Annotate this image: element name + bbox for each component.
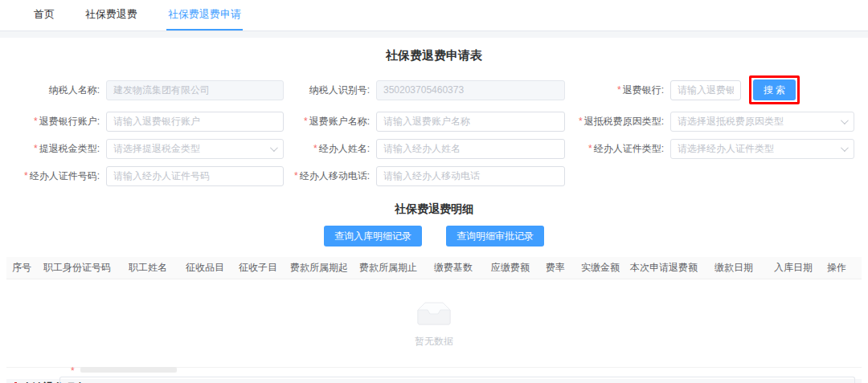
- query-storage-records-button[interactable]: 查询入库明细记录: [324, 226, 422, 247]
- taxpayer-id-input: [376, 80, 565, 100]
- tab-home[interactable]: 首页: [32, 0, 56, 31]
- taxpayer-name-label: 纳税人名称:: [0, 84, 106, 97]
- table-empty-state: 暂无数据: [6, 279, 862, 368]
- column-header-0: 序号: [6, 261, 37, 275]
- tabbar-divider: [0, 31, 868, 38]
- agent-id-number-input[interactable]: [106, 166, 284, 186]
- field-taxpayer-name: 纳税人名称:: [0, 75, 291, 104]
- field-refund-account-name: *退费账户名称:: [291, 111, 572, 132]
- refund-account-name-input[interactable]: [376, 112, 565, 132]
- tax-refund-type-select[interactable]: 请选择提退税金类型: [106, 139, 284, 159]
- chevron-down-icon: [841, 116, 849, 124]
- field-refund-reason-type: *退抵税费原因类型: 请选择退抵税费原因类型: [572, 111, 868, 132]
- annotation-highlight-box: 搜 索: [749, 75, 800, 104]
- taxpayer-id-label: 纳税人识别号:: [291, 84, 376, 97]
- agent-id-type-select[interactable]: 请选择经办人证件类型: [670, 139, 854, 159]
- top-tab-bar: 首页 社保费退费 社保费退费申请: [0, 0, 868, 31]
- refund-bank-account-label: *退费银行账户:: [0, 115, 106, 128]
- partial-textarea[interactable]: [59, 377, 855, 383]
- column-header-4: 征收子目: [231, 261, 285, 275]
- refund-account-name-label: *退费账户名称:: [291, 115, 376, 128]
- column-header-9: 费率: [537, 261, 574, 275]
- partial-required-asterisk: *: [71, 365, 75, 377]
- empty-text: 暂无数据: [415, 335, 453, 348]
- required-asterisk: *: [313, 143, 317, 154]
- refund-reason-type-label: *退抵税费原因类型:: [572, 115, 670, 128]
- detail-button-row: 查询入库明细记录 查询明细审批记录: [0, 226, 868, 247]
- agent-phone-input[interactable]: [376, 166, 565, 186]
- field-agent-id-number: *经办人证件号码:: [0, 165, 291, 186]
- required-asterisk: *: [579, 116, 583, 127]
- required-asterisk: *: [34, 143, 38, 154]
- refund-reason-type-select[interactable]: 请选择退抵税费原因类型: [670, 112, 854, 132]
- empty-box-icon: [413, 299, 455, 329]
- query-approval-records-button[interactable]: 查询明细审批记录: [446, 226, 544, 247]
- required-asterisk: *: [304, 116, 308, 127]
- column-header-14: 操作: [820, 261, 854, 275]
- column-header-2: 职工姓名: [117, 261, 178, 275]
- tab-social-refund-application[interactable]: 社保费退费申请: [166, 0, 243, 31]
- required-asterisk: *: [34, 116, 38, 127]
- field-taxpayer-id: 纳税人识别号:: [291, 75, 572, 104]
- refund-bank-input[interactable]: [670, 80, 741, 100]
- agent-id-type-label: *经办人证件类型:: [572, 142, 670, 156]
- column-header-12: 缴款日期: [701, 261, 767, 275]
- field-tax-refund-type: *提退税金类型: 请选择提退税金类型: [0, 138, 291, 159]
- refund-bank-label: *退费银行:: [572, 84, 670, 97]
- partial-field-label: [80, 367, 177, 373]
- field-agent-id-type: *经办人证件类型: 请选择经办人证件类型: [572, 138, 868, 159]
- agent-id-number-label: *经办人证件号码:: [0, 169, 106, 183]
- chevron-down-icon: [841, 144, 849, 152]
- column-header-13: 入库日期: [767, 261, 820, 275]
- required-asterisk: *: [294, 170, 298, 181]
- required-asterisk: *: [617, 84, 621, 96]
- column-header-5: 费款所属期起: [285, 261, 354, 275]
- taxpayer-name-input: [106, 80, 284, 100]
- column-header-3: 征收品目: [178, 261, 231, 275]
- form-title: 社保费退费申请表: [0, 48, 868, 63]
- column-header-8: 应缴费额: [484, 261, 537, 275]
- column-header-1: 职工身份证号码: [37, 261, 117, 275]
- column-header-10: 实缴金额: [574, 261, 627, 275]
- agent-phone-label: *经办人移动电话:: [291, 169, 376, 183]
- detail-section-title: 社保费退费明细: [0, 202, 868, 217]
- field-agent-name: *经办人姓名:: [291, 138, 572, 159]
- detail-table: 序号职工身份证号码职工姓名征收品目征收子目费款所属期起费款所属期止缴费基数应缴费…: [6, 257, 862, 368]
- required-asterisk: *: [24, 170, 28, 181]
- required-asterisk: *: [588, 143, 592, 154]
- field-refund-bank-account: *退费银行账户:: [0, 111, 291, 132]
- column-header-7: 缴费基数: [423, 261, 484, 275]
- tab-social-refund[interactable]: 社保费退费: [84, 0, 139, 31]
- agent-name-label: *经办人姓名:: [291, 142, 376, 156]
- search-button[interactable]: 搜 索: [753, 79, 796, 100]
- agent-name-input[interactable]: [376, 139, 565, 159]
- refund-application-form: 纳税人名称: 纳税人识别号: *退费银行: 搜 索 *退费银行账户: *退费账户…: [0, 75, 868, 186]
- column-header-6: 费款所属期止: [354, 261, 423, 275]
- chevron-down-icon: [270, 144, 278, 152]
- detail-table-header-row: 序号职工身份证号码职工姓名征收品目征收子目费款所属期起费款所属期止缴费基数应缴费…: [6, 257, 862, 279]
- tax-refund-type-label: *提退税金类型:: [0, 142, 106, 156]
- column-header-11: 本次申请退费额: [627, 261, 701, 275]
- field-agent-phone: *经办人移动电话:: [291, 165, 572, 186]
- refund-bank-account-input[interactable]: [106, 112, 284, 132]
- field-refund-bank: *退费银行: 搜 索: [572, 75, 868, 104]
